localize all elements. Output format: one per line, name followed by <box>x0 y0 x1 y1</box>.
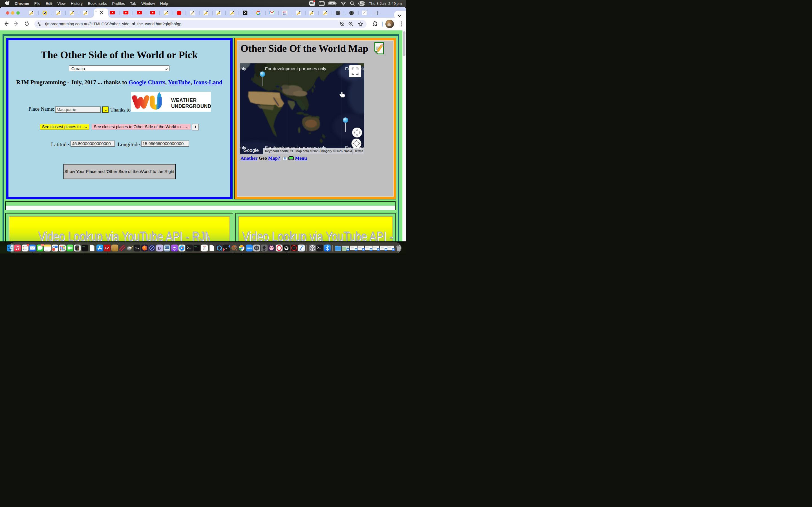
svg-text:For development purposes only: For development purposes only <box>265 66 326 71</box>
svg-text:8: 8 <box>203 247 205 251</box>
svg-text:exec: exec <box>194 246 197 247</box>
svg-text:brit: brit <box>283 11 287 13</box>
svg-text:B: B <box>158 246 161 250</box>
svg-text:FZ: FZ <box>105 246 109 250</box>
svg-text:tv: tv <box>135 247 139 250</box>
svg-text:zoom: zoom <box>247 247 252 249</box>
svg-text:Map data ©2026 Imagery ©2026 N: Map data ©2026 Imagery ©2026 NASA <box>296 149 352 153</box>
svg-text:Terms: Terms <box>354 149 363 153</box>
svg-text:IJ: IJ <box>225 247 227 250</box>
svg-text:WEATHER: WEATHER <box>171 98 197 103</box>
svg-text:JAN: JAN <box>203 245 206 247</box>
svg-text:Google: Google <box>243 148 259 153</box>
svg-text:UNDERGROUND: UNDERGROUND <box>171 103 211 109</box>
svg-text:exec: exec <box>82 246 85 247</box>
svg-text:box: box <box>283 13 287 15</box>
svg-text:For development purposes only: For development purposes only <box>240 66 246 71</box>
svg-text:Keyboard shortcuts: Keyboard shortcuts <box>265 149 293 153</box>
